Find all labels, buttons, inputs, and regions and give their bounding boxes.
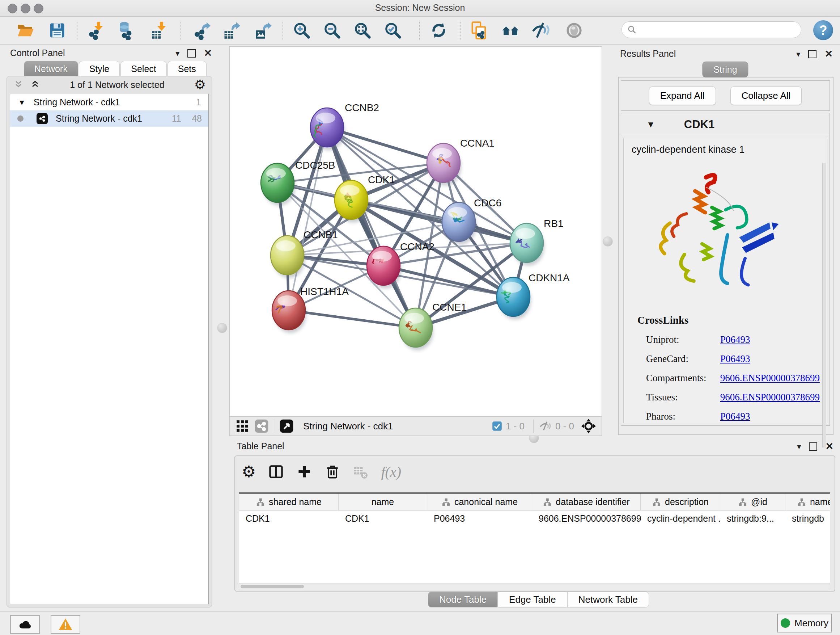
zoom-out-icon[interactable] (321, 20, 343, 41)
results-scrollbar[interactable] (822, 163, 826, 448)
expand-all-button[interactable]: Expand All (649, 87, 716, 105)
network-view-share-icon[interactable] (254, 419, 269, 433)
selected-checkbox-icon[interactable] (492, 421, 502, 431)
import-table-file-icon[interactable] (148, 20, 170, 41)
column-header[interactable]: description (641, 494, 720, 510)
network-node[interactable]: CCNE1 (399, 302, 467, 350)
zoom-selected-icon[interactable] (382, 20, 404, 41)
cloud-status-button[interactable] (10, 615, 40, 634)
collapse-all-networks-icon[interactable] (30, 79, 40, 90)
tab-style[interactable]: Style (79, 61, 120, 76)
warning-icon (58, 617, 73, 632)
delete-column-icon[interactable] (325, 464, 340, 480)
close-panel-icon[interactable]: ✕ (825, 442, 834, 451)
tab-network-table[interactable]: Network Table (567, 592, 649, 608)
table-horizontal-scrollbar[interactable] (239, 584, 830, 590)
export-network-icon[interactable] (191, 20, 213, 41)
table-settings-gear-icon[interactable]: ⚙ (242, 464, 256, 480)
column-header[interactable]: name (339, 494, 427, 510)
node-label: CDKN1A (529, 272, 570, 283)
copy-network-icon[interactable] (469, 20, 490, 41)
node-label: CCNA2 (400, 241, 434, 252)
tab-sets[interactable]: Sets (167, 61, 207, 76)
import-network-database-icon[interactable] (116, 20, 137, 41)
close-panel-icon[interactable]: ✕ (824, 49, 833, 59)
network-tree: ▼ String Network - cdk1 1 String Network… (10, 94, 209, 604)
column-header[interactable]: canonical name (427, 494, 532, 510)
table-row[interactable]: CDK1CDK1P064939606.ENSP00000378699cyclin… (239, 510, 830, 526)
scrollbar-thumb[interactable] (240, 585, 304, 588)
column-header[interactable]: database identifier (532, 494, 641, 510)
table-cell[interactable]: 9606.ENSP00000378699 (532, 510, 641, 526)
function-builder-icon[interactable]: f(x) (381, 463, 401, 480)
node-section-header[interactable]: ▼ CDK1 (621, 113, 829, 136)
table-cell[interactable]: stringdb (785, 510, 830, 526)
table-cell[interactable]: CDK1 (339, 510, 427, 526)
refresh-view-icon[interactable] (428, 20, 450, 41)
network-node[interactable]: CDKN1A (497, 272, 570, 320)
crosslink-link[interactable]: 9606.ENSP00000378699 (720, 372, 820, 384)
table-cell[interactable]: cyclin-dependent ... (641, 510, 720, 526)
first-neighbors-icon[interactable] (500, 20, 521, 41)
network-node[interactable]: RB1 (510, 218, 563, 266)
crosslink-link[interactable]: P06493 (720, 334, 750, 345)
panel-menu-icon[interactable]: ▾ (796, 50, 800, 59)
import-network-file-icon[interactable] (85, 20, 107, 41)
birds-eye-view-icon[interactable] (279, 419, 294, 433)
node-label: CDC25B (295, 160, 335, 171)
warnings-button[interactable] (51, 615, 80, 634)
column-header[interactable]: namespace (785, 494, 830, 510)
tab-node-table[interactable]: Node Table (428, 592, 498, 608)
panel-menu-icon[interactable]: ▾ (797, 442, 801, 451)
show-all-icon[interactable] (563, 20, 585, 41)
zoom-fit-icon[interactable] (352, 20, 373, 41)
network-node[interactable]: CDC6 (442, 197, 501, 245)
network-edge (289, 127, 327, 310)
tab-edge-table[interactable]: Edge Table (498, 592, 567, 608)
hide-selected-icon[interactable] (530, 20, 551, 41)
tab-select[interactable]: Select (120, 61, 166, 76)
export-image-icon[interactable] (252, 20, 274, 41)
network-collection-row[interactable]: ▼ String Network - cdk1 1 (10, 94, 208, 111)
left-splitter-handle[interactable] (217, 323, 227, 333)
crosslink-link[interactable]: P06493 (720, 411, 750, 422)
network-canvas[interactable]: CCNB2CCNA1CDC25BCDK1CDC6RB1CCNB1CCNA2CDK… (230, 47, 601, 416)
network-options-gear-icon[interactable]: ⚙ (194, 77, 206, 92)
expand-all-networks-icon[interactable] (13, 79, 24, 90)
tab-string[interactable]: String (702, 62, 748, 78)
section-collapse-icon[interactable]: ▼ (646, 119, 655, 130)
table-cell[interactable]: stringdb:9... (720, 510, 785, 526)
table-cell[interactable]: P06493 (427, 510, 532, 526)
collection-expand-icon[interactable]: ▼ (18, 98, 26, 107)
network-node[interactable]: HIST1H1A (272, 286, 349, 333)
table-cell[interactable]: CDK1 (239, 510, 339, 526)
panel-menu-icon[interactable]: ▾ (175, 49, 180, 58)
network-row[interactable]: String Network - cdk1 11 48 (10, 111, 208, 127)
create-column-icon[interactable] (296, 464, 312, 480)
search-input[interactable] (637, 24, 801, 35)
pan-crosshair-icon[interactable] (581, 418, 597, 434)
close-panel-icon[interactable]: ✕ (204, 49, 212, 58)
zoom-in-icon[interactable] (291, 20, 313, 41)
columns-icon[interactable] (268, 464, 284, 480)
float-panel-icon[interactable] (808, 50, 816, 58)
column-label: database identifier (556, 497, 630, 507)
save-session-icon[interactable] (46, 20, 68, 41)
crosslink-link[interactable]: 9606.ENSP00000378699 (720, 392, 820, 403)
network-icon (36, 113, 48, 124)
float-panel-icon[interactable] (809, 442, 817, 451)
export-table-icon[interactable] (221, 20, 242, 41)
application-window: Session: New Session (0, 0, 840, 635)
column-header[interactable]: @id (720, 494, 785, 510)
delete-table-icon[interactable] (353, 464, 369, 480)
float-panel-icon[interactable] (187, 49, 196, 57)
tab-network[interactable]: Network (24, 61, 78, 76)
grid-view-icon[interactable] (235, 419, 249, 433)
collapse-all-button[interactable]: Collapse All (730, 87, 802, 105)
help-icon[interactable]: ? (813, 20, 833, 40)
crosslink-link[interactable]: P06493 (720, 353, 750, 364)
column-header[interactable]: shared name (239, 494, 339, 510)
open-file-icon[interactable] (14, 20, 36, 41)
right-splitter-handle[interactable] (603, 236, 613, 247)
memory-button[interactable]: Memory (777, 614, 832, 632)
